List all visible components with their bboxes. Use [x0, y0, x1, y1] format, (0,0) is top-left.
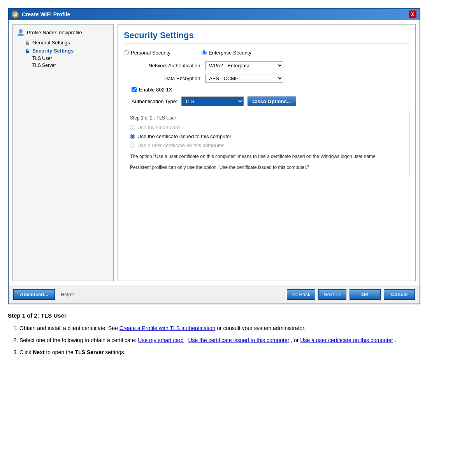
instruction-3-after: settings.: [105, 349, 125, 355]
step-group: Step 1 of 2 : TLS User Use my smart card…: [124, 111, 409, 175]
ok-button[interactable]: OK: [350, 289, 381, 300]
footer-right: << Back Next >> OK Cancel: [287, 289, 415, 300]
nav-tls-user[interactable]: TLS User: [17, 55, 109, 62]
use-smart-card-radio[interactable]: [130, 125, 135, 130]
instruction-1-after: or consult your system administrator.: [217, 325, 306, 331]
use-user-cert-label: Use a user certificate on this computer: [137, 142, 224, 148]
svg-point-0: [19, 29, 23, 33]
network-auth-row: Network Authentication: WPA2 - Enterpris…: [124, 61, 409, 70]
use-cert-issued-label: Use the certificate issued to this compu…: [137, 133, 231, 139]
use-cert-issued-radio[interactable]: [130, 134, 135, 139]
enterprise-security-radio[interactable]: [202, 50, 207, 55]
dialog-body: Profile Name: newprofile General Setting…: [9, 20, 420, 285]
profile-icon: [17, 28, 25, 36]
instructions-list: Obtain and install a client certificate.…: [8, 323, 461, 358]
section-title: Security Settings: [124, 30, 409, 44]
nav-security-settings[interactable]: Security Settings: [17, 47, 109, 55]
dialog-footer: Advanced... Help? << Back Next >> OK Can…: [9, 285, 420, 304]
wifi-icon: 📶: [12, 11, 19, 18]
nav-tls-server-label: TLS Server: [32, 63, 56, 68]
step-group-title: Step 1 of 2 : TLS User: [130, 115, 403, 121]
help-label: Help?: [61, 292, 74, 297]
next-bold: Next: [33, 349, 44, 355]
enable-8021x-row: Enable 802.1X: [124, 87, 409, 93]
instruction-1: Obtain and install a client certificate.…: [19, 323, 461, 333]
nav-tls-server[interactable]: TLS Server: [17, 62, 109, 69]
instruction-2-after: .: [395, 337, 396, 343]
auth-type-label: Authentication Type:: [132, 98, 177, 104]
below-content: Step 1 of 2: TLS User Obtain and install…: [8, 312, 461, 358]
cert-issued-link[interactable]: Use the certificate issued to this compu…: [188, 337, 289, 343]
tls-auth-link[interactable]: Create a Profile with TLS authentication: [119, 325, 215, 331]
svg-point-1: [18, 33, 24, 36]
info-text-2: Persistent profiles can only use the opt…: [130, 164, 403, 171]
instruction-3: Click Next to open the TLS Server settin…: [19, 348, 461, 357]
personal-security-option[interactable]: Personal Security: [124, 50, 170, 56]
dialog-title: Create WiFi Profile: [22, 11, 70, 18]
svg-rect-2: [26, 42, 29, 45]
use-smart-card-label: Use my smart card: [137, 125, 180, 130]
enterprise-security-label: Enterprise Security: [209, 50, 251, 56]
back-button[interactable]: << Back: [287, 289, 316, 300]
nav-tls-user-label: TLS User: [32, 56, 52, 61]
network-auth-select[interactable]: WPA2 - Enterprise WPA - Enterprise WEP N…: [206, 61, 283, 70]
use-cert-issued-option[interactable]: Use the certificate issued to this compu…: [130, 133, 403, 139]
personal-security-label: Personal Security: [131, 50, 170, 56]
below-step-heading: Step 1 of 2: TLS User: [8, 312, 461, 319]
advanced-button[interactable]: Advanced...: [13, 289, 55, 300]
create-wifi-profile-dialog: 📶 Create WiFi Profile X Profile Name: ne…: [8, 8, 420, 304]
network-auth-label: Network Authentication:: [124, 63, 202, 69]
tls-server-bold: TLS Server: [75, 349, 104, 355]
instruction-3-before: Click: [19, 349, 33, 355]
instruction-1-before: Obtain and install a client certificate.…: [19, 325, 119, 331]
data-encryption-row: Data Encryption: AES - CCMP TKIP WEP Non…: [124, 74, 409, 83]
auth-type-select[interactable]: TLS PEAP LEAP EAP-FAST: [181, 97, 244, 106]
data-encryption-select[interactable]: AES - CCMP TKIP WEP None: [206, 74, 283, 83]
use-user-cert-radio[interactable]: [130, 143, 135, 148]
user-cert-link[interactable]: Use a user certificate on this computer: [300, 337, 393, 343]
nav-general-settings[interactable]: General Settings: [17, 39, 109, 47]
instruction-3-middle: to open the: [46, 349, 75, 355]
nav-general-label: General Settings: [32, 40, 70, 46]
next-button[interactable]: Next >>: [318, 289, 346, 300]
svg-rect-3: [26, 51, 29, 53]
instruction-2-before: Select one of the following to obtain a …: [19, 337, 138, 343]
nav-security-label: Security Settings: [32, 48, 74, 54]
smart-card-link[interactable]: Use my smart card: [138, 337, 183, 343]
cancel-button[interactable]: Cancel: [384, 289, 415, 300]
data-encryption-label: Data Encryption:: [124, 76, 202, 81]
instruction-2: Select one of the following to obtain a …: [19, 335, 461, 345]
enable-8021x-checkbox[interactable]: [132, 87, 137, 92]
footer-left: Advanced... Help?: [13, 289, 74, 300]
lock-icon-security: [25, 48, 30, 54]
personal-security-radio[interactable]: [124, 50, 129, 55]
lock-icon-general: [25, 40, 30, 46]
left-panel: Profile Name: newprofile General Setting…: [12, 24, 114, 281]
security-type-row: Personal Security Enterprise Security: [124, 50, 409, 56]
enable-8021x-label: Enable 802.1X: [139, 87, 172, 93]
use-user-cert-option[interactable]: Use a user certificate on this computer: [130, 142, 403, 148]
auth-type-row: Authentication Type: TLS PEAP LEAP EAP-F…: [124, 97, 409, 106]
profile-name-item: Profile Name: newprofile: [17, 28, 109, 36]
close-button[interactable]: X: [409, 11, 416, 18]
instruction-2-middle2: , or: [291, 337, 300, 343]
right-panel: Security Settings Personal Security Ente…: [118, 24, 416, 281]
info-text-1: The option "Use a user certificate on th…: [130, 153, 403, 160]
dialog-titlebar: 📶 Create WiFi Profile X: [9, 9, 420, 20]
use-smart-card-option[interactable]: Use my smart card: [130, 125, 403, 130]
enterprise-security-option[interactable]: Enterprise Security: [202, 50, 251, 56]
profile-name-label: Profile Name: newprofile: [27, 30, 82, 35]
titlebar-left: 📶 Create WiFi Profile: [12, 11, 70, 18]
cisco-options-button[interactable]: Cisco Options...: [248, 97, 296, 106]
